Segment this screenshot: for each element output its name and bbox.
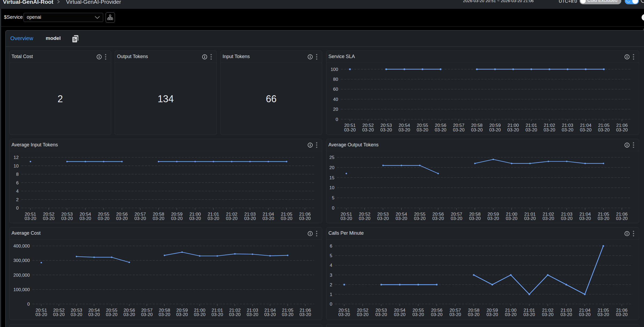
svg-text:03-20: 03-20 (417, 127, 428, 132)
svg-text:03-20: 03-20 (598, 216, 609, 221)
svg-text:03-20: 03-20 (43, 216, 55, 221)
svg-text:200,000: 200,000 (13, 273, 30, 278)
svg-text:25: 25 (329, 155, 334, 160)
svg-text:03-20: 03-20 (506, 216, 517, 221)
svg-text:03-20: 03-20 (377, 216, 389, 221)
svg-text:03-20: 03-20 (71, 312, 82, 317)
svg-text:03-20: 03-20 (141, 312, 153, 317)
svg-text:03-20: 03-20 (449, 312, 461, 317)
svg-text:03-20: 03-20 (106, 312, 117, 317)
svg-text:03-20: 03-20 (524, 216, 536, 221)
svg-text:03-20: 03-20 (414, 216, 425, 221)
svg-text:03-20: 03-20 (597, 312, 609, 317)
svg-text:03-20: 03-20 (344, 127, 356, 132)
svg-text:6: 6 (330, 244, 332, 249)
svg-text:03-20: 03-20 (394, 312, 406, 317)
svg-text:03-20: 03-20 (229, 312, 241, 317)
svg-text:10: 10 (14, 164, 19, 169)
svg-text:03-20: 03-20 (562, 127, 573, 132)
svg-text:03-20: 03-20 (61, 216, 73, 221)
svg-text:03-20: 03-20 (264, 312, 276, 317)
svg-text:03-20: 03-20 (396, 216, 407, 221)
svg-text:0: 0 (27, 302, 30, 307)
svg-text:03-20: 03-20 (380, 127, 392, 132)
svg-text:8: 8 (16, 172, 18, 177)
svg-text:03-20: 03-20 (560, 312, 572, 317)
svg-text:03-20: 03-20 (53, 312, 64, 317)
svg-text:03-20: 03-20 (580, 127, 591, 132)
svg-text:03-20: 03-20 (79, 216, 91, 221)
svg-text:2: 2 (330, 282, 332, 287)
svg-text:03-20: 03-20 (543, 127, 555, 132)
svg-text:100,000: 100,000 (13, 287, 30, 292)
svg-text:03-20: 03-20 (542, 312, 553, 317)
svg-text:4: 4 (16, 189, 18, 194)
svg-text:5: 5 (330, 253, 332, 258)
svg-text:03-20: 03-20 (399, 127, 410, 132)
svg-text:15: 15 (329, 175, 334, 180)
svg-text:03-20: 03-20 (616, 127, 628, 132)
svg-text:10: 10 (329, 185, 334, 190)
svg-text:03-20: 03-20 (487, 216, 499, 221)
svg-text:03-20: 03-20 (489, 127, 501, 132)
svg-text:03-20: 03-20 (543, 216, 554, 221)
svg-text:03-20: 03-20 (431, 312, 442, 317)
svg-text:03-20: 03-20 (526, 127, 537, 132)
svg-text:03-20: 03-20 (25, 216, 36, 221)
svg-text:20: 20 (329, 165, 334, 170)
svg-text:03-20: 03-20 (471, 127, 483, 132)
svg-text:03-20: 03-20 (281, 216, 292, 221)
svg-text:03-20: 03-20 (189, 216, 201, 221)
svg-text:5: 5 (332, 195, 334, 200)
svg-text:03-20: 03-20 (338, 312, 350, 317)
svg-text:03-20: 03-20 (211, 312, 223, 317)
svg-text:03-20: 03-20 (453, 127, 464, 132)
svg-text:03-20: 03-20 (171, 216, 183, 221)
svg-text:03-20: 03-20 (299, 312, 311, 317)
svg-text:03-20: 03-20 (88, 312, 100, 317)
svg-text:03-20: 03-20 (523, 312, 535, 317)
svg-text:03-20: 03-20 (208, 216, 219, 221)
svg-text:03-20: 03-20 (561, 216, 572, 221)
svg-text:03-20: 03-20 (153, 216, 164, 221)
svg-text:1: 1 (330, 292, 332, 297)
svg-text:03-20: 03-20 (362, 127, 374, 132)
svg-text:03-20: 03-20 (263, 216, 274, 221)
svg-text:03-20: 03-20 (244, 216, 256, 221)
svg-text:03-20: 03-20 (616, 216, 627, 221)
svg-text:03-20: 03-20 (98, 216, 109, 221)
svg-text:40: 40 (333, 97, 338, 102)
svg-text:03-20: 03-20 (598, 127, 610, 132)
svg-text:300,000: 300,000 (13, 258, 30, 263)
svg-text:03-20: 03-20 (176, 312, 188, 317)
svg-text:03-20: 03-20 (469, 216, 481, 221)
svg-text:80: 80 (333, 77, 338, 82)
svg-text:03-20: 03-20 (159, 312, 170, 317)
svg-text:0: 0 (16, 206, 18, 211)
svg-text:03-20: 03-20 (299, 216, 311, 221)
svg-text:0: 0 (336, 117, 338, 122)
svg-text:12: 12 (14, 155, 19, 160)
svg-text:03-20: 03-20 (124, 312, 135, 317)
svg-text:03-20: 03-20 (375, 312, 387, 317)
svg-text:03-20: 03-20 (226, 216, 237, 221)
svg-text:03-20: 03-20 (451, 216, 462, 221)
svg-text:03-20: 03-20 (579, 216, 591, 221)
svg-text:03-20: 03-20 (435, 127, 446, 132)
svg-text:3: 3 (330, 273, 332, 278)
svg-text:03-20: 03-20 (468, 312, 479, 317)
svg-text:03-20: 03-20 (194, 312, 205, 317)
svg-text:60: 60 (333, 87, 338, 92)
svg-text:03-20: 03-20 (36, 312, 47, 317)
svg-text:03-20: 03-20 (579, 312, 591, 317)
svg-text:03-20: 03-20 (507, 127, 519, 132)
svg-text:03-20: 03-20 (432, 216, 444, 221)
svg-text:03-20: 03-20 (359, 216, 370, 221)
svg-text:03-20: 03-20 (505, 312, 516, 317)
svg-text:2: 2 (16, 197, 18, 202)
svg-text:03-20: 03-20 (116, 216, 128, 221)
svg-text:03-20: 03-20 (357, 312, 368, 317)
svg-text:03-20: 03-20 (412, 312, 424, 317)
svg-text:03-20: 03-20 (247, 312, 258, 317)
svg-text:03-20: 03-20 (616, 312, 627, 317)
